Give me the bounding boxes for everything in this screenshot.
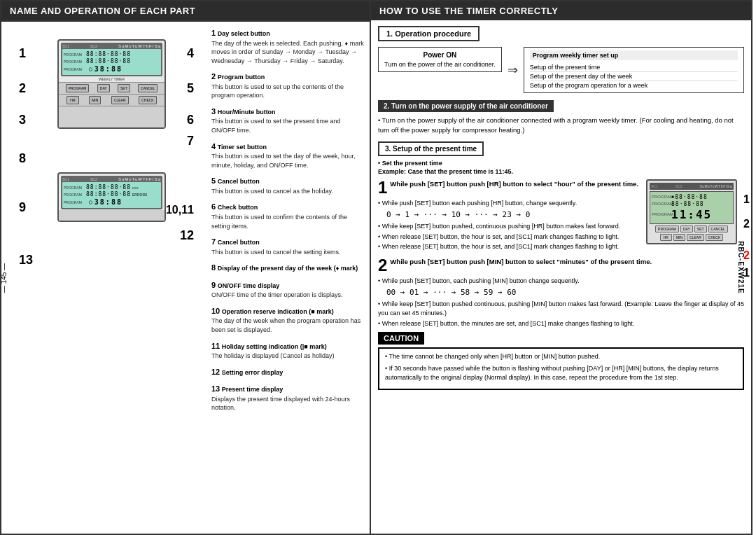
caution-item-0: The time cannot be changed only when [HR… <box>385 352 737 362</box>
label-10-11: 10,11 <box>166 204 194 216</box>
desc-11: 11 Holiday setting indication (|■ mark) … <box>211 340 365 361</box>
turn-on-bullet: • Turn on the power supply of the air co… <box>378 116 744 136</box>
label-9: 9 <box>19 200 26 215</box>
right-panel: HOW TO USE THE TIMER CORRECTLY 1. Operat… <box>371 0 752 535</box>
desc-9: 9 ON/OFF time display ON/OFF time of the… <box>211 279 365 300</box>
caution-section: CAUTION The time cannot be changed only … <box>378 332 744 390</box>
caution-title: CAUTION <box>378 332 424 345</box>
set-time-label: • Set the present time <box>378 160 744 167</box>
label-13: 13 <box>19 253 33 268</box>
step2-section: 2 While push [SET] button push [MIN] but… <box>378 257 744 328</box>
label-6: 6 <box>187 113 194 127</box>
device-num-2: 2 <box>743 218 750 230</box>
step1-bullet-2: When release [SET] button, the hour is s… <box>378 232 640 242</box>
step1-bullet-1: While keep [SET] button pushed, continuo… <box>378 222 640 231</box>
example-text: Example: Case that the present time is 1… <box>378 168 744 175</box>
desc-6: 6 Check button This button is used to co… <box>211 201 365 230</box>
left-panel: NAME AND OPERATION OF EACH PART 1 2 3 8 … <box>0 0 371 535</box>
mini-device-box: SC1 SC2 SuMoTuWThFrSa PROGRAM ▪ 88·88·88 <box>646 179 737 244</box>
label-1: 1 <box>19 46 26 61</box>
desc-1: 1 Day select button The day of the week … <box>211 27 365 65</box>
device-num-1: 1 <box>743 193 750 206</box>
mini-screen: PROGRAM ▪ 88·88·88 PROGRAM 88·88·88 PROG… <box>650 191 734 224</box>
label-8: 8 <box>19 151 26 166</box>
rbc-label: RBC-EXW21E <box>738 241 746 294</box>
flow-power-on: Power ON Turn on the power of the air co… <box>378 47 502 72</box>
step1-title: While push [SET] button push [HR] button… <box>390 179 638 188</box>
desc-12: 12 Setting error display <box>211 366 365 378</box>
desc-5: 5 Cancel button This button is used to c… <box>211 175 365 195</box>
step2-title: While push [SET] button push [MIN] butto… <box>390 257 652 266</box>
label-7: 7 <box>187 134 194 148</box>
caution-item-1: If 30 seconds have passed while the butt… <box>385 364 737 383</box>
flow-diagram: Power ON Turn on the power of the air co… <box>378 47 744 93</box>
step2-bullet-1: While keep [SET] button pushed continuou… <box>378 300 744 317</box>
descriptions-area: 1 Day select button The day of the week … <box>211 22 370 534</box>
desc-10: 10 Operation reserve indication (■ mark)… <box>211 305 365 335</box>
label-4: 4 <box>187 46 194 61</box>
setup-time-section: 3. Setup of the present time • Set the p… <box>378 141 744 328</box>
step1-bullet-0: While push [SET] button each pushing [HR… <box>378 199 640 208</box>
desc-4: 4 Timer set button This button is used t… <box>211 141 365 170</box>
op-procedure-title: 1. Operation procedure <box>378 26 479 41</box>
right-header: HOW TO USE THE TIMER CORRECTLY <box>371 1 751 20</box>
device-container: 1 2 3 8 9 13 4 5 6 7 10,11 12 SC1 <box>15 36 197 274</box>
label-3: 3 <box>19 113 26 127</box>
caution-content: The time cannot be changed only when [HR… <box>378 347 744 390</box>
desc-13: 13 Present time display Displays the pre… <box>211 383 365 412</box>
setup-time-header: 3. Setup of the present time <box>378 141 484 156</box>
step2-bullet-0: While push [SET] button, each pushing [M… <box>378 277 744 286</box>
step1-with-device: 1 While push [SET] button push [HR] butt… <box>378 179 744 253</box>
left-header: NAME AND OPERATION OF EACH PART <box>1 1 370 22</box>
arrow-seq-2: 00 → 01 → ··· → 58 → 59 → 60 <box>386 288 744 297</box>
step1-number: 1 <box>378 179 387 196</box>
step2-bullet-2: When release [SET] button, the minutes a… <box>378 319 744 328</box>
step2-number: 2 <box>378 257 387 274</box>
page-number: — 145 — <box>1 263 8 292</box>
flow-setup-steps: Program weekly timer set up Setup of the… <box>524 47 744 93</box>
desc-8: 8 Display of the present day of the week… <box>211 262 365 274</box>
step1-content: 1 While push [SET] button push [HR] butt… <box>378 179 640 253</box>
step1-bullet-3: When release [SET] button, the hour is s… <box>378 242 640 251</box>
turn-on-header: 2. Turn on the power supply of the air c… <box>378 100 554 112</box>
label-2: 2 <box>19 81 26 96</box>
device-body: SC1 SC2 SuMoTuWThFrSa PROGRAM 88:88·88·8… <box>57 39 166 129</box>
right-panel-wrapper: HOW TO USE THE TIMER CORRECTLY 1. Operat… <box>371 0 752 535</box>
mini-device-1: SC1 SC2 SuMoTuWThFrSa PROGRAM ▪ 88·88·88 <box>646 179 744 244</box>
desc-2: 2 Program button This button is used to … <box>211 71 365 100</box>
label-5: 5 <box>187 81 194 96</box>
device-body-2: SC1 SC2 SuMoTuWThFrSa PROGRAM 88:88·88·8… <box>57 172 166 222</box>
device-area: 1 2 3 8 9 13 4 5 6 7 10,11 12 SC1 <box>1 22 211 534</box>
op-procedure-section: 1. Operation procedure Power ON Turn on … <box>378 26 744 93</box>
turn-on-section: 2. Turn on the power supply of the air c… <box>378 100 744 136</box>
label-12: 12 <box>180 228 194 243</box>
desc-7: 7 Cancel button This button is used to c… <box>211 236 365 256</box>
flow-arrow-icon: ⇒ <box>507 62 518 78</box>
desc-3: 3 Hour/Minute button This button is used… <box>211 106 365 135</box>
left-content: 1 2 3 8 9 13 4 5 6 7 10,11 12 SC1 <box>1 22 370 534</box>
arrow-seq-1: 0 → 1 → ··· → 10 → ··· → 23 → 0 <box>386 210 640 219</box>
right-content: 1. Operation procedure Power ON Turn on … <box>371 20 751 534</box>
